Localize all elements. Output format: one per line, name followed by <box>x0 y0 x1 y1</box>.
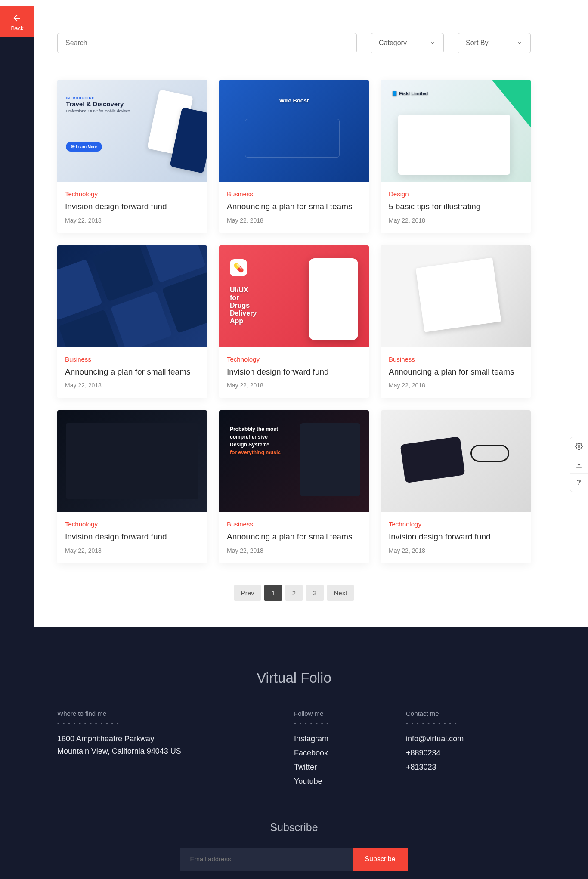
subscribe-form: Subscribe <box>57 848 531 871</box>
find-heading: Where to find me <box>57 710 238 717</box>
social-facebook[interactable]: Facebook <box>294 749 380 758</box>
card-thumbnail <box>381 245 531 347</box>
back-label: Back <box>11 25 24 31</box>
chevron-down-icon <box>430 40 436 46</box>
pagination: Prev 1 2 3 Next <box>57 585 531 601</box>
card-title: 5 basic tips for illustrating <box>389 201 523 213</box>
footer-contact-col: Contact me - - - - - - - - - - info@virt… <box>406 710 509 791</box>
help-tool[interactable]: ? <box>570 474 588 492</box>
address-line-2: Mountain View, California 94043 US <box>57 747 238 756</box>
download-tool[interactable] <box>570 455 588 474</box>
download-icon <box>575 461 583 468</box>
page-next[interactable]: Next <box>327 585 354 601</box>
card-category: Design <box>389 190 523 198</box>
card-category: Technology <box>65 520 199 528</box>
footer-logo: Virtual Folio <box>57 670 531 686</box>
card-title: Announcing a plan for small teams <box>389 366 523 378</box>
card-thumbnail <box>57 410 207 512</box>
card-category: Business <box>65 356 199 363</box>
card-date: May 22, 2018 <box>65 382 199 389</box>
page-3[interactable]: 3 <box>306 585 323 601</box>
card-title: Announcing a plan for small teams <box>65 366 199 378</box>
follow-heading: Follow me <box>294 710 380 717</box>
footer-social-col: Follow me - - - - - - - Instagram Facebo… <box>294 710 380 791</box>
blog-card[interactable]: INTRODUCINGTravel & DiscoveryProfessiona… <box>57 80 207 233</box>
search-input[interactable] <box>57 33 357 53</box>
email-input[interactable] <box>180 848 353 871</box>
blog-card[interactable]: 📘 Fiskl Limited Design 5 basic tips for … <box>381 80 531 233</box>
contact-email[interactable]: info@virtual.com <box>406 734 509 743</box>
chevron-down-icon <box>517 40 523 46</box>
blog-card[interactable]: 💊UI/UXforDrugsDeliveryApp Technology Inv… <box>219 245 369 399</box>
category-dropdown[interactable]: Category <box>371 33 444 53</box>
card-thumbnail <box>57 245 207 347</box>
card-thumbnail <box>381 410 531 512</box>
category-label: Category <box>379 39 407 47</box>
contact-phone-2[interactable]: +813023 <box>406 763 509 772</box>
card-thumbnail: 📘 Fiskl Limited <box>381 80 531 182</box>
card-category: Business <box>389 356 523 363</box>
blog-card[interactable]: Business Announcing a plan for small tea… <box>57 245 207 399</box>
svg-point-0 <box>578 445 580 447</box>
filter-controls: Category Sort By <box>57 33 531 53</box>
card-title: Invision design forward fund <box>389 531 523 543</box>
page-1[interactable]: 1 <box>264 585 282 601</box>
card-date: May 22, 2018 <box>389 217 523 224</box>
arrow-left-icon <box>12 13 22 23</box>
settings-tool[interactable] <box>570 437 588 455</box>
contact-heading: Contact me <box>406 710 509 717</box>
address-line-1: 1600 Amphitheatre Parkway <box>57 734 238 743</box>
card-category: Business <box>227 520 361 528</box>
page-2[interactable]: 2 <box>285 585 303 601</box>
card-title: Invision design forward fund <box>65 201 199 213</box>
footer: Virtual Folio Where to find me - - - - -… <box>0 627 588 879</box>
blog-card[interactable]: Technology Invision design forward fund … <box>381 410 531 563</box>
blog-card[interactable]: Probabbly the mostcomprehensiveDesign Sy… <box>219 410 369 563</box>
card-date: May 22, 2018 <box>65 547 199 554</box>
blog-card[interactable]: Wire Boost Business Announcing a plan fo… <box>219 80 369 233</box>
card-date: May 22, 2018 <box>227 217 361 224</box>
card-date: May 22, 2018 <box>65 217 199 224</box>
card-date: May 22, 2018 <box>227 382 361 389</box>
subscribe-heading: Subscribe <box>57 821 531 834</box>
sort-dropdown[interactable]: Sort By <box>458 33 531 53</box>
card-date: May 22, 2018 <box>227 547 361 554</box>
social-instagram[interactable]: Instagram <box>294 734 380 743</box>
sidebar-dark <box>0 37 34 879</box>
card-grid: INTRODUCINGTravel & DiscoveryProfessiona… <box>57 80 531 563</box>
card-thumbnail: Wire Boost <box>219 80 369 182</box>
social-twitter[interactable]: Twitter <box>294 763 380 772</box>
card-title: Invision design forward fund <box>227 366 361 378</box>
page-prev[interactable]: Prev <box>234 585 261 601</box>
card-thumbnail: INTRODUCINGTravel & DiscoveryProfessiona… <box>57 80 207 182</box>
blog-card[interactable]: Technology Invision design forward fund … <box>57 410 207 563</box>
footer-address-col: Where to find me - - - - - - - - - - - -… <box>57 710 238 791</box>
blog-card[interactable]: Business Announcing a plan for small tea… <box>381 245 531 399</box>
card-title: Announcing a plan for small teams <box>227 201 361 213</box>
social-youtube[interactable]: Youtube <box>294 777 380 786</box>
side-toolbar: ? <box>570 437 588 492</box>
card-date: May 22, 2018 <box>389 547 523 554</box>
contact-phone-1[interactable]: +8890234 <box>406 749 509 758</box>
card-category: Technology <box>227 356 361 363</box>
sort-label: Sort By <box>466 39 488 47</box>
back-button[interactable]: Back <box>0 6 34 37</box>
card-date: May 22, 2018 <box>389 382 523 389</box>
question-icon: ? <box>577 479 581 486</box>
card-category: Business <box>227 190 361 198</box>
subscribe-button[interactable]: Subscribe <box>353 848 407 871</box>
card-category: Technology <box>65 190 199 198</box>
card-category: Technology <box>389 520 523 528</box>
gear-icon <box>575 443 583 450</box>
card-thumbnail: 💊UI/UXforDrugsDeliveryApp <box>219 245 369 347</box>
card-title: Invision design forward fund <box>65 531 199 543</box>
card-thumbnail: Probabbly the mostcomprehensiveDesign Sy… <box>219 410 369 512</box>
card-title: Announcing a plan for small teams <box>227 531 361 543</box>
